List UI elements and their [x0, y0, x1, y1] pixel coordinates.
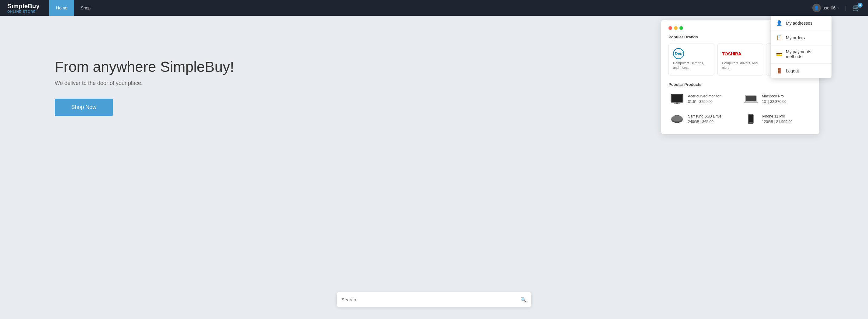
toshiba-logo: TOSHIBA [722, 49, 759, 58]
dropdown-logout[interactable]: 🚪 Logout [771, 64, 832, 78]
product-acer-monitor[interactable]: Acer curved monitor 31.5" | $250.00 [669, 91, 738, 107]
svg-rect-2 [676, 102, 678, 104]
svg-rect-1 [672, 95, 682, 102]
navbar: SimpleBuy Online Store Home Shop 👤 user0… [0, 0, 868, 16]
nav-links: Home Shop [49, 0, 97, 16]
username-label: user06 [823, 5, 836, 10]
dropdown-my-orders[interactable]: 📋 My orders [771, 30, 832, 45]
window-maximize-icon [679, 26, 683, 30]
product-ssd[interactable]: Samsung SSD Drive 240GB | $65.00 [669, 111, 738, 127]
products-grid: Acer curved monitor 31.5" | $250.00 MacB… [669, 91, 812, 127]
shop-now-button[interactable]: Shop Now [55, 98, 113, 116]
dell-desc: Computers, screens, and more.. [673, 61, 710, 70]
svg-rect-7 [750, 102, 752, 102]
orders-icon: 📋 [776, 35, 782, 40]
svg-rect-14 [750, 114, 752, 115]
chevron-down-icon: ▾ [837, 6, 839, 10]
dropdown-my-addresses[interactable]: 👤 My addresses [771, 16, 832, 30]
brand-card-dell[interactable]: Dell Computers, screens, and more.. [669, 44, 714, 76]
payments-label: My payments methods [786, 49, 826, 59]
cart-button[interactable]: 🛒 0 [852, 4, 861, 12]
cart-badge: 0 [858, 3, 863, 8]
svg-rect-5 [746, 96, 756, 102]
search-button[interactable]: 🔍 [520, 297, 526, 302]
ssd-name: Samsung SSD Drive [688, 114, 721, 119]
macbook-info: MacBook Pro 13" | $2,370.00 [762, 93, 786, 105]
logout-icon: 🚪 [776, 68, 782, 74]
search-input[interactable] [342, 297, 520, 302]
nav-shop[interactable]: Shop [74, 0, 97, 16]
addresses-label: My addresses [786, 21, 812, 26]
acer-monitor-price: 31.5" | $250.00 [688, 99, 720, 105]
acer-monitor-thumbnail [670, 93, 684, 105]
navbar-right: 👤 user06 ▾ | 🛒 0 [812, 4, 861, 12]
svg-rect-3 [674, 104, 680, 104]
iphone-thumbnail [744, 113, 758, 125]
window-close-icon [669, 26, 672, 30]
search-bar: 🔍 [337, 292, 531, 307]
search-bar-container: 🔍 [337, 292, 531, 307]
acer-monitor-info: Acer curved monitor 31.5" | $250.00 [688, 93, 720, 105]
hero-section: From anywhere SimpleBuy! We deliver to t… [0, 16, 868, 319]
macbook-name: MacBook Pro [762, 93, 786, 99]
macbook-thumbnail [744, 93, 758, 105]
user-dropdown: 👤 My addresses 📋 My orders 💳 My payments… [771, 16, 832, 78]
window-minimize-icon [674, 26, 678, 30]
toshiba-desc: Computers, drivers, and more.. [722, 61, 759, 70]
user-avatar: 👤 [812, 4, 821, 12]
macbook-price: 13" | $2,370.00 [762, 99, 786, 105]
acer-monitor-name: Acer curved monitor [688, 93, 720, 99]
ssd-info: Samsung SSD Drive 240GB | $65.00 [688, 114, 721, 124]
products-section-label: Popular Products [669, 82, 812, 87]
divider: | [845, 5, 846, 11]
product-iphone[interactable]: iPhone 11 Pro 120GB | $1,999.99 [742, 111, 812, 127]
dell-logo: Dell [673, 49, 710, 58]
logout-label: Logout [786, 68, 799, 74]
svg-rect-12 [749, 115, 753, 122]
dropdown-my-payments[interactable]: 💳 My payments methods [771, 45, 832, 64]
svg-point-10 [672, 115, 682, 121]
ssd-thumbnail [670, 113, 684, 125]
orders-label: My orders [786, 35, 805, 40]
iphone-price: 120GB | $1,999.99 [762, 119, 793, 124]
brand-logo[interactable]: SimpleBuy Online Store [7, 3, 39, 13]
nav-home[interactable]: Home [49, 0, 74, 16]
user-menu-button[interactable]: 👤 user06 ▾ [812, 4, 839, 12]
brand-name: SimpleBuy [7, 3, 39, 10]
iphone-name: iPhone 11 Pro [762, 114, 793, 119]
iphone-info: iPhone 11 Pro 120GB | $1,999.99 [762, 114, 793, 124]
brand-subtitle: Online Store [7, 10, 39, 13]
addresses-icon: 👤 [776, 20, 782, 26]
payments-icon: 💳 [776, 52, 782, 57]
product-macbook[interactable]: MacBook Pro 13" | $2,370.00 [742, 91, 812, 107]
svg-point-13 [751, 122, 751, 123]
ssd-price: 240GB | $65.00 [688, 119, 721, 124]
brand-card-toshiba[interactable]: TOSHIBA Computers, drivers, and more.. [717, 44, 764, 76]
